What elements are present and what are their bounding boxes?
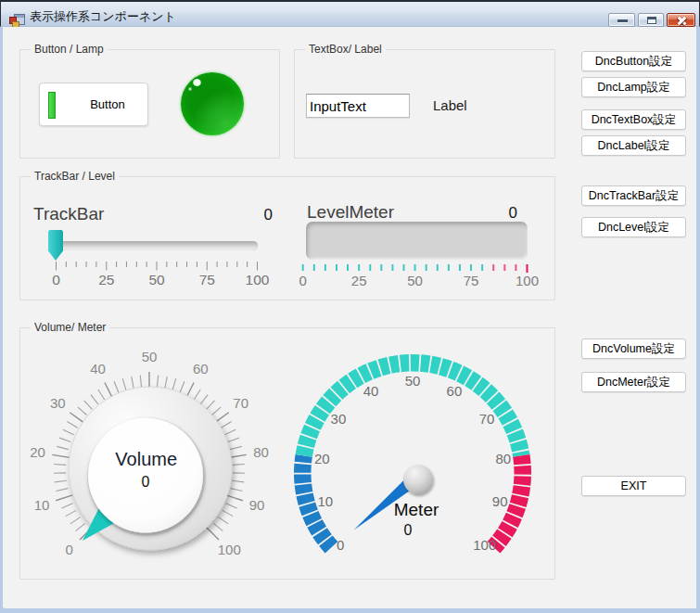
- dnc-button-label: Button: [68, 83, 147, 125]
- maximize-button[interactable]: [638, 13, 664, 27]
- side-button-7[interactable]: DncMeter設定: [581, 372, 686, 392]
- volume-knob[interactable]: 0102030405060708090100Volume0: [19, 344, 284, 562]
- dnc-lamp: [181, 72, 244, 135]
- meter-value: 0: [404, 522, 413, 538]
- volume-title: Volume: [115, 449, 177, 469]
- minimize-button[interactable]: [608, 13, 635, 27]
- group-trackbar-level-title: TrackBar / Level: [31, 170, 119, 184]
- svg-text:75: 75: [199, 272, 215, 287]
- svg-text:40: 40: [90, 361, 106, 377]
- svg-text:10: 10: [318, 493, 334, 509]
- svg-text:60: 60: [193, 361, 209, 377]
- svg-text:70: 70: [233, 395, 248, 411]
- dnc-button[interactable]: Button: [39, 83, 148, 126]
- group-button-lamp-title: Button / Lamp: [31, 43, 108, 57]
- svg-text:20: 20: [30, 444, 45, 460]
- group-textbox-label-title: TextBox/ Label: [305, 43, 386, 57]
- form-client-area: Button / Lamp Button TextBox/ Label Labe…: [3, 27, 695, 607]
- group-trackbar-level: TrackBar / Level TrackBar 0 LevelMeter 0…: [19, 176, 555, 300]
- group-volume-meter-title: Volume/ Meter: [31, 321, 109, 335]
- meter-gauge: 0102030405060708090100Meter0: [287, 349, 536, 562]
- svg-text:100: 100: [218, 542, 241, 557]
- input-textbox[interactable]: [306, 94, 410, 118]
- titlebar[interactable]: 表示操作系コンポーネント: [0, 0, 700, 27]
- svg-text:25: 25: [351, 273, 367, 288]
- side-button-8[interactable]: EXIT: [581, 476, 686, 496]
- svg-text:30: 30: [331, 411, 347, 427]
- window-title: 表示操作系コンポーネント: [30, 8, 176, 25]
- svg-text:0: 0: [66, 542, 73, 557]
- svg-text:50: 50: [148, 272, 165, 287]
- minimize-icon: [617, 19, 628, 22]
- group-volume-meter: Volume/ Meter 0102030405060708090100Volu…: [19, 327, 555, 580]
- svg-text:90: 90: [249, 497, 265, 513]
- svg-text:75: 75: [464, 273, 479, 288]
- svg-text:20: 20: [314, 451, 330, 466]
- svg-text:0: 0: [299, 273, 307, 288]
- svg-text:40: 40: [363, 383, 379, 399]
- trackbar-title: TrackBar: [33, 204, 104, 224]
- svg-text:50: 50: [407, 273, 423, 288]
- svg-text:50: 50: [142, 349, 158, 364]
- svg-text:80: 80: [495, 451, 511, 466]
- trackbar-track[interactable]: [57, 241, 258, 250]
- trackbar-thumb[interactable]: [48, 230, 63, 261]
- svg-text:100: 100: [246, 272, 270, 287]
- side-button-3[interactable]: DncLabel設定: [581, 135, 686, 156]
- svg-text:0: 0: [52, 272, 60, 287]
- app-window: 表示操作系コンポーネント Button / Lamp Button TextBo…: [0, 0, 700, 613]
- group-textbox-label: TextBox/ Label Label: [294, 49, 555, 159]
- group-button-lamp: Button / Lamp Button: [19, 49, 280, 159]
- svg-text:50: 50: [405, 373, 421, 389]
- side-button-2[interactable]: DncTextBox設定: [581, 109, 686, 130]
- window-border-bottom: [0, 608, 700, 613]
- side-button-4[interactable]: DncTrackBar設定: [581, 185, 686, 206]
- svg-text:100: 100: [515, 273, 539, 288]
- button-indicator-bar: [48, 92, 56, 119]
- svg-text:90: 90: [492, 493, 508, 509]
- side-button-5[interactable]: DncLevel設定: [581, 217, 686, 237]
- maximize-icon: [647, 17, 656, 24]
- meter-hub: [403, 465, 433, 494]
- svg-text:60: 60: [447, 383, 463, 399]
- svg-text:70: 70: [479, 411, 495, 427]
- levelmeter-value: 0: [488, 204, 517, 223]
- window-border-right: [696, 27, 700, 608]
- svg-text:30: 30: [50, 395, 66, 411]
- svg-text:80: 80: [253, 444, 269, 460]
- svg-text:100: 100: [473, 537, 496, 553]
- dnc-label: Label: [433, 97, 467, 113]
- side-button-6[interactable]: DncVolume設定: [581, 338, 686, 359]
- volume-value: 0: [142, 474, 150, 490]
- meter-title: Meter: [394, 500, 439, 519]
- levelmeter-bar: [306, 222, 528, 260]
- side-button-0[interactable]: DncButton設定: [581, 51, 686, 71]
- close-button[interactable]: [667, 13, 695, 27]
- trackbar-value: 0: [243, 206, 273, 224]
- svg-text:10: 10: [34, 497, 50, 513]
- svg-text:25: 25: [98, 272, 114, 287]
- svg-text:0: 0: [337, 537, 344, 553]
- side-button-1[interactable]: DncLamp設定: [581, 77, 686, 97]
- levelmeter-title: LevelMeter: [307, 202, 394, 223]
